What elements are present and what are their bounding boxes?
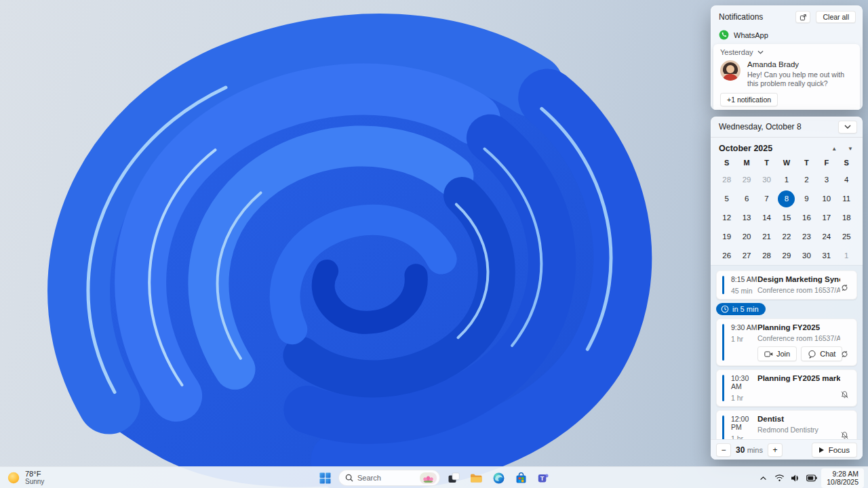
notification-group-toggle[interactable]: Yesterday xyxy=(720,48,853,56)
clear-all-button[interactable]: Clear all xyxy=(816,11,856,23)
search-box[interactable] xyxy=(338,470,440,486)
calendar-day[interactable]: 19 xyxy=(718,228,735,245)
calendar-day[interactable]: 1 xyxy=(838,247,855,264)
focus-increase-button[interactable]: + xyxy=(768,443,783,457)
weekday-label: T xyxy=(797,155,816,170)
wifi-icon xyxy=(774,474,785,482)
search-input[interactable] xyxy=(357,474,414,482)
event-duration: 1 hr xyxy=(731,335,757,343)
chevron-down-icon xyxy=(844,125,851,129)
event-title: Planning FY2025 marketing xyxy=(757,374,840,382)
event-chat-button[interactable]: Chat xyxy=(801,346,842,361)
calendar-day[interactable]: 4 xyxy=(838,171,855,188)
tray-date: 10/8/2025 xyxy=(827,478,859,487)
meeting-countdown-badge: in 5 min xyxy=(716,303,766,315)
notification-settings-button[interactable] xyxy=(795,11,810,23)
chat-icon xyxy=(808,350,816,359)
calendar-day[interactable]: 16 xyxy=(798,209,815,226)
calendar-day[interactable]: 17 xyxy=(818,209,835,226)
desktop[interactable]: Notifications Clear all WhatsApp Yesterd… xyxy=(0,0,868,488)
folder-icon xyxy=(470,473,482,483)
chevron-up-icon xyxy=(760,476,767,481)
wifi-button[interactable] xyxy=(772,470,786,486)
hidden-icons-button[interactable] xyxy=(756,470,770,486)
event-location: Conference room 16537/AV xyxy=(757,334,840,342)
calendar-prev-month-button[interactable]: ▲ xyxy=(821,146,837,152)
task-view-icon xyxy=(448,472,460,483)
calendar-day[interactable]: 7 xyxy=(758,190,775,207)
event-card[interactable]: 12:00 PM1 hrDentistRedmond Dentistry xyxy=(716,410,857,439)
calendar-day[interactable]: 30 xyxy=(758,171,775,188)
event-accent-bar xyxy=(722,324,724,361)
svg-text:T: T xyxy=(540,474,544,481)
calendar-day[interactable]: 31 xyxy=(818,247,835,264)
focus-decrease-button[interactable]: − xyxy=(716,443,731,457)
event-location: Conference room 16537/AV xyxy=(757,286,840,294)
calendar-day[interactable]: 25 xyxy=(838,228,855,245)
teams-icon: T xyxy=(538,472,549,484)
notification-card[interactable]: Yesterday Amanda Brady Hey! Can you xyxy=(713,44,860,110)
calendar-day[interactable]: 30 xyxy=(798,247,815,264)
calendar-day[interactable]: 21 xyxy=(758,228,775,245)
weekday-label: T xyxy=(757,155,776,170)
teams-button[interactable]: T xyxy=(534,469,552,487)
start-button[interactable] xyxy=(316,469,334,487)
repeat-icon xyxy=(840,283,849,292)
clock-icon xyxy=(721,305,729,313)
calendar-day[interactable]: 29 xyxy=(778,247,795,264)
calendar-day[interactable]: 22 xyxy=(778,228,795,245)
calendar-next-month-button[interactable]: ▼ xyxy=(837,146,853,152)
calendar-day-selected[interactable]: 8 xyxy=(778,190,795,207)
notification-app-group[interactable]: WhatsApp xyxy=(711,26,863,43)
play-icon xyxy=(819,447,824,453)
calendar-day[interactable]: 26 xyxy=(718,247,735,264)
calendar-day[interactable]: 10 xyxy=(818,190,835,207)
calendar-day[interactable]: 14 xyxy=(758,209,775,226)
weather-widget[interactable]: 78°F Sunny xyxy=(7,467,44,488)
calendar-day[interactable]: 1 xyxy=(778,171,795,188)
calendar-day[interactable]: 11 xyxy=(838,190,855,207)
calendar-day[interactable]: 15 xyxy=(778,209,795,226)
calendar-day[interactable]: 23 xyxy=(798,228,815,245)
focus-start-button[interactable]: Focus xyxy=(812,443,857,458)
calendar-day[interactable]: 24 xyxy=(818,228,835,245)
calendar-day[interactable]: 28 xyxy=(718,171,735,188)
calendar-day[interactable]: 29 xyxy=(738,171,755,188)
event-time: 10:30 AM xyxy=(731,374,757,390)
notification-group-label: Yesterday xyxy=(720,48,753,56)
event-duration: 1 hr xyxy=(731,434,757,439)
event-location: Redmond Dentistry xyxy=(757,426,840,434)
weekday-label: M xyxy=(736,155,756,170)
clock-tray-button[interactable]: 9:28 AM 10/8/2025 xyxy=(821,468,864,488)
more-notifications-button[interactable]: +1 notification xyxy=(720,93,778,106)
battery-button[interactable] xyxy=(805,470,818,486)
notification-message: Hey! Can you help me out with this probl… xyxy=(747,70,850,88)
event-card[interactable]: 8:15 AM45 minDesign Marketing SyncConfer… xyxy=(716,270,857,300)
calendar-collapse-button[interactable] xyxy=(838,121,857,134)
event-card[interactable]: 10:30 AM1 hrPlanning FY2025 marketing xyxy=(716,369,857,407)
calendar-date-header: Wednesday, October 8 xyxy=(719,122,838,131)
notifications-title: Notifications xyxy=(719,12,763,22)
calendar-day[interactable]: 27 xyxy=(738,247,755,264)
bell-off-icon xyxy=(840,431,849,439)
calendar-day[interactable]: 6 xyxy=(738,190,755,207)
event-card[interactable]: 9:30 AM1 hrPlanning FY2025Conference roo… xyxy=(716,319,857,366)
calendar-day[interactable]: 18 xyxy=(838,209,855,226)
calendar-day[interactable]: 9 xyxy=(798,190,815,207)
calendar-day[interactable]: 3 xyxy=(818,171,835,188)
calendar-day[interactable]: 20 xyxy=(738,228,755,245)
calendar-day[interactable]: 2 xyxy=(798,171,815,188)
volume-button[interactable] xyxy=(789,470,802,486)
calendar-day[interactable]: 13 xyxy=(738,209,755,226)
edge-button[interactable] xyxy=(490,469,507,487)
task-view-button[interactable] xyxy=(445,469,462,487)
calendar-day[interactable]: 12 xyxy=(718,209,735,226)
event-join-button[interactable]: Join xyxy=(757,346,797,361)
repeat-icon xyxy=(840,350,849,359)
microsoft-store-button[interactable] xyxy=(512,469,530,487)
notification-center-panel: Notifications Clear all WhatsApp Yesterd… xyxy=(711,5,863,110)
file-explorer-button[interactable] xyxy=(467,469,485,487)
event-status-icon xyxy=(840,283,851,294)
calendar-day[interactable]: 28 xyxy=(758,247,775,264)
calendar-day[interactable]: 5 xyxy=(718,190,735,207)
